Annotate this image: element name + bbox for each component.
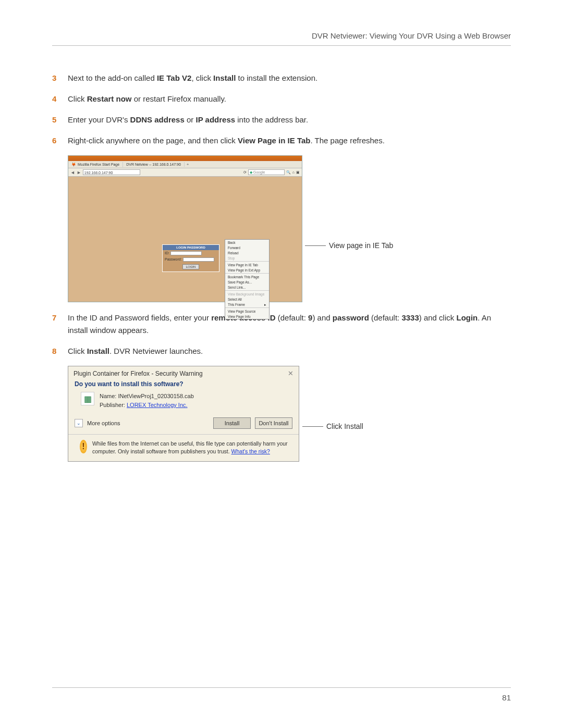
t: ) and [312, 313, 332, 322]
annotation-label: View page in IE Tab [329, 241, 393, 250]
browser-window: 🦊Mozilla Firefox Start Page DVR Netview … [68, 155, 302, 302]
t: DDNS address [130, 115, 185, 124]
publisher-link[interactable]: LOREX Technology Inc. [127, 402, 188, 408]
software-icon: ▦ [81, 392, 94, 405]
step-4-body: Click Restart now or restart Firefox man… [68, 93, 511, 105]
t: Click [68, 94, 87, 103]
step-8: 8 Click Install. DVR Netviewer launches. [52, 345, 511, 357]
step-7: 7 In the ID and Password fields, enter y… [52, 312, 511, 337]
dialog-lines: Name: INetViewProj1_02030158.cab Publish… [100, 392, 194, 409]
t: Restart now [87, 94, 132, 103]
install-button[interactable]: Install [213, 417, 251, 429]
login-button[interactable]: LOGIN [182, 264, 199, 269]
t: IP address [195, 115, 235, 124]
ctx-view-bg: View Background Image [225, 291, 269, 297]
t: Click [68, 347, 87, 355]
t: Right-click anywhere on the page, and th… [68, 136, 238, 145]
search-icon[interactable]: 🔍 [286, 170, 291, 175]
t: ) and click [419, 313, 457, 322]
pw-input[interactable] [183, 257, 214, 262]
ctx-reload[interactable]: Reload [225, 250, 269, 255]
t: (default: [276, 313, 309, 322]
t: Enter your DVR's [68, 115, 130, 124]
home-icon[interactable]: ⌂ [292, 170, 295, 174]
ctx-back[interactable]: Back [225, 240, 269, 245]
step-3: 3 Next to the add-on called IE Tab V2, c… [52, 72, 511, 84]
ctx-page-info[interactable]: View Page Info [225, 314, 269, 319]
step-3-body: Next to the add-on called IE Tab V2, cli… [68, 72, 511, 84]
tab-label: DVR Netview -- 192.168.0.147:90 [126, 163, 181, 166]
t: . DVR Netviewer launches. [109, 347, 203, 355]
ctx-view-ext-app[interactable]: View Page in Ext App [225, 267, 269, 273]
more-options-label[interactable]: More options [87, 420, 120, 426]
ctx-select-all[interactable]: Select All [225, 297, 269, 302]
ctx-save-as[interactable]: Save Page As... [225, 279, 269, 285]
t: , click [191, 73, 213, 82]
new-tab-button[interactable]: + [185, 162, 191, 167]
publisher-label: Publisher: [100, 402, 125, 408]
figure-security-dialog: Plugin Container for Firefox - Security … [68, 366, 443, 462]
id-input[interactable] [170, 251, 202, 255]
name-label: Name: [100, 393, 116, 399]
dont-install-button[interactable]: Don't Install [255, 417, 292, 429]
t: . The page refreshes. [311, 136, 385, 145]
firefox-icon: 🦊 [71, 163, 76, 167]
tab-start-page[interactable]: 🦊Mozilla Firefox Start Page [68, 162, 123, 167]
page-number: 81 [502, 693, 511, 702]
header-title: DVR Netviewer: Viewing Your DVR Using a … [312, 31, 511, 40]
t: In the ID and Password fields, enter you… [68, 313, 211, 322]
back-button[interactable]: ◄ [70, 170, 75, 175]
t: Install [213, 73, 236, 82]
login-header: LOGIN PASSWORD [163, 245, 219, 250]
search-input[interactable]: ◆Google [248, 169, 285, 175]
step-4: 4 Click Restart now or restart Firefox m… [52, 93, 511, 105]
pw-label: Password: [165, 257, 182, 261]
reload-icon[interactable]: ⟳ [243, 170, 247, 175]
address-input[interactable]: 192.168.0.147:90 [83, 169, 140, 175]
dialog-warning: ! While files from the Internet can be u… [68, 434, 299, 461]
ctx-stop: Stop [225, 255, 269, 261]
forward-button[interactable]: ► [77, 170, 81, 175]
whats-the-risk-link[interactable]: What's the risk? [231, 448, 270, 454]
tab-dvr[interactable]: DVR Netview -- 192.168.0.147:90 [123, 162, 185, 167]
ctx-send-link[interactable]: Send Link... [225, 285, 269, 290]
ctx-forward[interactable]: Forward [225, 245, 269, 250]
step-7-body: In the ID and Password fields, enter you… [68, 312, 511, 337]
menu-icon[interactable]: ▣ [296, 170, 300, 175]
step-6-body: Right-click anywhere on the page, and th… [68, 134, 511, 147]
search-placeholder: Google [253, 169, 265, 175]
ctx-bookmark[interactable]: Bookmark This Page [225, 274, 269, 279]
ctx-view-source[interactable]: View Page Source [225, 309, 269, 314]
t: into the address bar. [235, 115, 308, 124]
login-id-row: ID: [163, 250, 219, 256]
t: 3333 [401, 313, 419, 322]
name-value: INetViewProj1_02030158.cab [118, 393, 193, 399]
content-area: LOGIN PASSWORD ID: Password: LOGIN Back … [68, 177, 302, 302]
context-menu: Back Forward Reload Stop View Page in IE… [225, 239, 270, 319]
t: or restart Firefox manually. [132, 94, 226, 103]
more-options-chevron-icon[interactable]: ⌄ [75, 419, 83, 427]
ctx-view-ie-tab[interactable]: View Page in IE Tab [225, 262, 269, 267]
annotation-label: Click Install [326, 422, 363, 430]
security-dialog: Plugin Container for Firefox - Security … [68, 366, 299, 462]
step-8-num: 8 [52, 345, 68, 357]
tabs-row: 🦊Mozilla Firefox Start Page DVR Netview … [68, 161, 302, 168]
step-6: 6 Right-click anywhere on the page, and … [52, 134, 511, 147]
titlebar [68, 156, 302, 161]
page-footer: 81 [52, 687, 511, 702]
t: IE Tab V2 [157, 73, 191, 82]
step-4-num: 4 [52, 93, 68, 105]
annotation-install: Click Install [302, 422, 363, 430]
t: Login [456, 313, 478, 322]
close-icon[interactable]: ✕ [288, 369, 293, 377]
address-text: 192.168.0.147:90 [84, 171, 113, 175]
ctx-this-frame[interactable]: This Frame▸ [225, 302, 269, 307]
annotation-line-icon [302, 426, 323, 427]
annotation-ie-tab: View page in IE Tab [305, 241, 393, 250]
step-5-body: Enter your DVR's DDNS address or IP addr… [68, 114, 511, 126]
step-5-num: 5 [52, 114, 68, 126]
google-icon: ◆ [250, 169, 252, 175]
warning-text: While files from the Internet can be use… [92, 440, 292, 455]
login-pw-row: Password: [163, 256, 219, 263]
dialog-button-row: ⌄ More options Install Don't Install [68, 414, 299, 434]
